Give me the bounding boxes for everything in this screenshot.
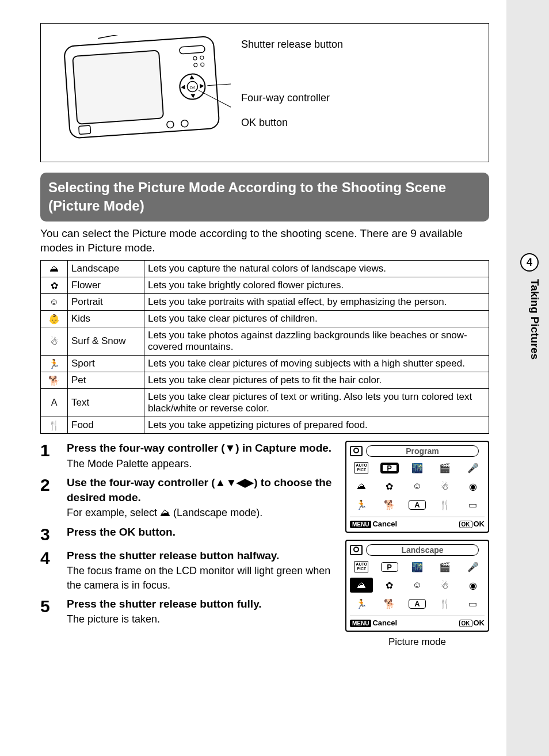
step-title: Press the shutter release button fully. [67, 597, 337, 612]
steps-list: 1Press the four-way controller (▼) in Ca… [40, 441, 337, 631]
movie-icon[interactable]: 🎬 [433, 559, 456, 574]
food-icon[interactable]: 🍴 [433, 497, 456, 512]
voice-icon[interactable]: 🎤 [462, 559, 485, 574]
step-number: 1 [40, 441, 67, 471]
autopict-icon: AUTOPICT [354, 561, 368, 572]
cancel-label: Cancel [372, 618, 397, 627]
mode-desc: Lets you take photos against dazzling ba… [144, 327, 489, 356]
screen-landscape: Landscape AUTOPICT P 🌃 🎬 🎤 ⛰ ✿ ☺ ☃ ◉ 🏃 [345, 540, 489, 632]
pet-icon[interactable]: 🐕 [378, 497, 401, 512]
night-icon[interactable]: 🌃 [406, 559, 429, 574]
step-title: Press the four-way controller (▼) in Cap… [67, 441, 337, 456]
step-title: Use the four-way controller (▲▼◀▶) to ch… [67, 475, 337, 505]
snow-icon[interactable]: ☃ [433, 578, 456, 593]
camera-illustration: OK [52, 35, 231, 150]
svg-point-7 [166, 121, 174, 128]
landscape-icon[interactable]: ⛰ [350, 479, 373, 494]
mode-icon: 🏃 [41, 356, 68, 372]
modes-table: ⛰LandscapeLets you capture the natural c… [40, 260, 489, 434]
night-icon[interactable]: 🌃 [406, 460, 429, 475]
step: 3Press the OK button. [40, 525, 337, 544]
mode-desc: Lets you take portraits with spatial eff… [144, 294, 489, 311]
cancel-label: Cancel [372, 520, 397, 528]
voice-icon[interactable]: 🎤 [462, 460, 485, 475]
mode-name: Sport [68, 356, 144, 372]
step-number: 5 [40, 597, 67, 627]
mode-icon: ☺ [41, 294, 68, 311]
mode-p-icon[interactable]: P [381, 562, 398, 572]
ok-label: OK [474, 520, 485, 528]
mode-name: Food [68, 417, 144, 434]
svg-text:OK: OK [189, 85, 196, 90]
step: 1Press the four-way controller (▼) in Ca… [40, 441, 337, 471]
soft-icon[interactable]: ◉ [462, 578, 485, 593]
step-number: 2 [40, 475, 67, 520]
menu-button[interactable]: MENU [350, 620, 371, 627]
menu-button[interactable]: MENU [350, 521, 371, 528]
step-desc: The picture is taken. [67, 612, 337, 626]
callout-shutter: Shutter release button [241, 39, 343, 50]
mode-desc: Lets you capture the natural colors of l… [144, 261, 489, 277]
text-icon[interactable]: A [406, 497, 429, 512]
step-title: Press the shutter release button halfway… [67, 548, 337, 563]
mode-icon: 🍴 [41, 417, 68, 434]
step-number: 3 [40, 525, 67, 544]
mode-name: Surf & Snow [68, 327, 144, 356]
portrait-icon[interactable]: ☺ [406, 479, 429, 494]
flower-icon[interactable]: ✿ [378, 479, 401, 494]
intro-text: You can select the Picture mode accordin… [40, 226, 489, 255]
step: 4Press the shutter release button halfwa… [40, 548, 337, 592]
callout-fourway: Four-way controller [241, 92, 330, 104]
mode-desc: Lets you take clear pictures of children… [144, 311, 489, 327]
mode-name: Portrait [68, 294, 144, 311]
mode-name: Flower [68, 277, 144, 294]
picture-mode-label: Picture mode [345, 636, 489, 648]
mode-desc: Lets you take brightly colored flower pi… [144, 277, 489, 294]
chapter-badge: 4 [520, 253, 539, 272]
soft-icon[interactable]: ◉ [462, 479, 485, 494]
mode-name: Landscape [68, 261, 144, 277]
landscape-icon-selected[interactable]: ⛰ [350, 578, 373, 593]
ok-button[interactable]: OK [459, 521, 472, 528]
ok-label: OK [474, 618, 485, 627]
table-row: ☺PortraitLets you take portraits with sp… [41, 294, 489, 311]
frame-icon[interactable]: ▭ [462, 596, 485, 611]
flower-icon[interactable]: ✿ [378, 578, 401, 593]
svg-rect-2 [73, 51, 163, 124]
screen-program: Program AUTOPICT P 🌃 🎬 🎤 ⛰ ✿ ☺ ☃ ◉ 🏃 [345, 441, 489, 533]
table-row: ATextLets you take clear pictures of tex… [41, 389, 489, 417]
callout-ok: OK button [241, 117, 288, 128]
camera-icon [350, 446, 363, 456]
movie-icon[interactable]: 🎬 [433, 460, 456, 475]
portrait-icon[interactable]: ☺ [406, 578, 429, 593]
table-row: 🏃SportLets you take clear pictures of mo… [41, 356, 489, 372]
ok-button[interactable]: OK [459, 620, 472, 627]
sport-icon[interactable]: 🏃 [350, 596, 373, 611]
camera-icon [350, 545, 363, 555]
mode-icon: 👶 [41, 311, 68, 327]
mode-icon: ☃ [41, 327, 68, 356]
step: 5Press the shutter release button fully.… [40, 597, 337, 627]
mode-name: Kids [68, 311, 144, 327]
screen-landscape-title: Landscape [366, 544, 479, 556]
mode-desc: Lets you take clear pictures of moving s… [144, 356, 489, 372]
table-row: 🐕PetLets you take clear pictures of pets… [41, 372, 489, 389]
food-icon[interactable]: 🍴 [433, 596, 456, 611]
table-row: ⛰LandscapeLets you capture the natural c… [41, 261, 489, 277]
sport-icon[interactable]: 🏃 [350, 497, 373, 512]
mode-desc: Lets you take appetizing pictures of pre… [144, 417, 489, 434]
mode-p-icon[interactable]: P [380, 463, 399, 474]
mode-desc: Lets you take clear pictures of text or … [144, 389, 489, 417]
step: 2Use the four-way controller (▲▼◀▶) to c… [40, 475, 337, 520]
table-row: 🍴FoodLets you take appetizing pictures o… [41, 417, 489, 434]
screen-program-title: Program [366, 445, 479, 457]
mode-name: Pet [68, 372, 144, 389]
snow-icon[interactable]: ☃ [433, 479, 456, 494]
text-icon[interactable]: A [406, 596, 429, 611]
step-title: Press the OK button. [67, 525, 337, 540]
mode-desc: Lets you take clear pictures of pets to … [144, 372, 489, 389]
frame-icon[interactable]: ▭ [462, 497, 485, 512]
step-desc: For example, select ⛰ (Landscape mode). [67, 506, 337, 520]
pet-icon[interactable]: 🐕 [378, 596, 401, 611]
mode-icon: ✿ [41, 277, 68, 294]
